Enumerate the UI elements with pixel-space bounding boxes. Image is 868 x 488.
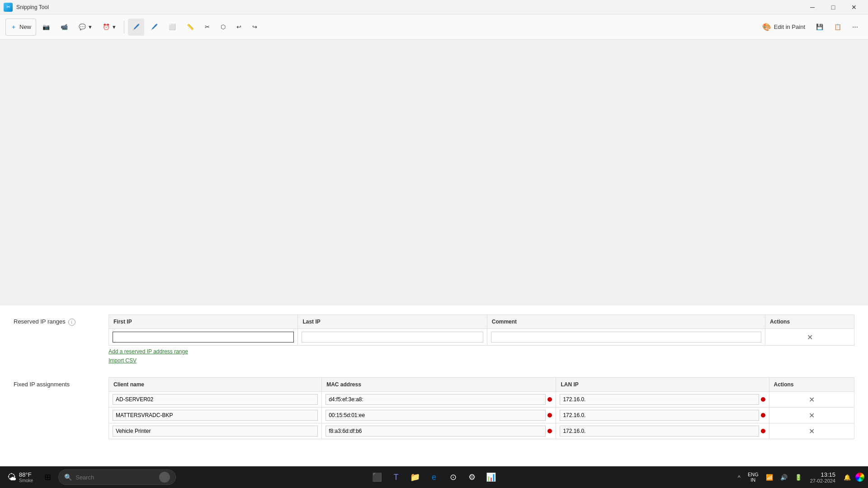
file-explorer-icon: 📁 (410, 472, 420, 482)
last-ip-input[interactable] (302, 332, 483, 343)
mac-address-input-1[interactable] (326, 410, 546, 421)
more-options-button[interactable]: ⋯ (848, 19, 863, 36)
close-button[interactable]: ✕ (844, 0, 864, 14)
app-title: Snipping Tool (16, 4, 798, 10)
taskbar-center-icons: ⬛ T 📁 e ⊙ ⚙ 📊 (368, 468, 500, 486)
chrome-button[interactable]: ⊙ (444, 468, 462, 486)
plus-icon: ＋ (10, 23, 17, 31)
language-badge[interactable]: ENG IN (745, 470, 761, 484)
comment-input[interactable] (491, 332, 761, 343)
lan-ip-cell-0 (556, 392, 769, 408)
edit-in-paint-label: Edit in Paint (774, 23, 805, 30)
client-name-input-2[interactable] (113, 426, 318, 436)
fixed-ip-text: Fixed IP assignments (14, 381, 70, 388)
client-name-cell-1 (109, 408, 322, 423)
fixed-ip-table: Client name MAC address LAN IP Actions (108, 377, 854, 439)
taskbar-search[interactable]: 🔍 (58, 469, 176, 485)
delete-row-button[interactable]: ✕ (805, 333, 814, 342)
clock-date: 27-02-2024 (810, 478, 835, 483)
app5-button[interactable]: 📊 (482, 468, 500, 486)
actions-cell: ✕ (765, 329, 854, 346)
first-ip-input[interactable] (113, 332, 294, 343)
main-content: Reserved IP ranges i First IP Last IP Co… (0, 40, 868, 466)
teams-icon: T (394, 473, 399, 482)
delete-fixed-row-button-1[interactable]: ✕ (807, 411, 816, 420)
lan-ip-header: LAN IP (556, 378, 769, 392)
bubble-button[interactable]: 💬 ▾ (74, 19, 96, 36)
undo-button[interactable]: ↩ (232, 19, 246, 36)
weather-desc: Smoke (19, 478, 33, 483)
wifi-icon[interactable]: 📶 (763, 472, 776, 483)
fixed-table-row: ✕ (109, 392, 854, 408)
maximize-button[interactable]: □ (823, 0, 844, 14)
title-bar: ✂ Snipping Tool ─ □ ✕ (0, 0, 868, 14)
first-ip-header: First IP (109, 315, 298, 329)
task-view-button[interactable]: ⬛ (368, 468, 386, 486)
add-reserved-ip-link[interactable]: Add a reserved IP address range (108, 348, 854, 355)
client-name-cell-0 (109, 392, 322, 408)
toolbar: ＋ New 📷 📹 💬 ▾ ⏰ ▾ 🖊️ 🖊️ ⬜ 📏 ✂ ⬡ ↩ ↪ 🎨 (0, 14, 868, 40)
notification-icon[interactable]: 🔔 (841, 472, 854, 483)
client-name-header: Client name (109, 378, 322, 392)
delete-fixed-row-button-2[interactable]: ✕ (807, 427, 816, 436)
import-csv-link[interactable]: Import CSV (108, 357, 854, 364)
search-icon: 🔍 (64, 474, 72, 481)
pen-yellow-icon: 🖊️ (151, 23, 158, 30)
snip-area (0, 40, 868, 305)
table-row: ✕ (109, 329, 854, 346)
weather-info: 88°F Smoke (19, 471, 33, 483)
screenshot-button[interactable]: 📷 (38, 19, 54, 36)
reserved-ip-label: Reserved IP ranges i (14, 314, 95, 364)
new-button[interactable]: ＋ New (5, 19, 36, 36)
app-icon: ✂ (4, 3, 13, 12)
copy-button[interactable]: 📋 (830, 19, 846, 36)
fixed-table-header-row: Client name MAC address LAN IP Actions (109, 378, 854, 392)
start-button[interactable]: ⊞ (38, 468, 57, 486)
reserved-ip-section: Reserved IP ranges i First IP Last IP Co… (14, 314, 854, 364)
eraser-button[interactable]: ⬜ (164, 19, 180, 36)
chevron-down-icon2: ▾ (113, 23, 116, 30)
ruler-button[interactable]: 📏 (182, 19, 198, 36)
weather-icon: 🌤 (7, 472, 16, 483)
save-icon: 💾 (816, 23, 823, 30)
info-icon[interactable]: i (68, 319, 75, 326)
weather-widget[interactable]: 🌤 88°F Smoke (4, 469, 37, 485)
timer-button[interactable]: ⏰ ▾ (98, 19, 120, 36)
client-name-input-0[interactable] (113, 394, 318, 405)
separator1 (124, 21, 124, 33)
lan-ip-input-0[interactable] (560, 394, 759, 405)
timer-icon: ⏰ (103, 23, 110, 30)
delete-fixed-row-button-0[interactable]: ✕ (807, 395, 816, 404)
lan-ip-input-2[interactable] (560, 426, 759, 436)
save-button[interactable]: 💾 (811, 19, 828, 36)
lan-ip-error-indicator-0 (761, 397, 765, 402)
teams-button[interactable]: T (387, 468, 405, 486)
touch-button[interactable]: ⬡ (216, 19, 230, 36)
ruler-icon: 📏 (187, 23, 194, 30)
redo-icon: ↪ (252, 23, 257, 30)
redo-button[interactable]: ↪ (248, 19, 262, 36)
pen-yellow-button[interactable]: 🖊️ (146, 19, 162, 36)
mac-address-input-0[interactable] (326, 394, 546, 405)
tray-chevron-icon[interactable]: ^ (735, 472, 743, 483)
client-name-input-1[interactable] (113, 410, 318, 421)
edge-icon: e (432, 473, 436, 482)
battery-icon[interactable]: 🔋 (792, 472, 805, 483)
file-explorer-button[interactable]: 📁 (406, 468, 424, 486)
mac-address-input-2[interactable] (326, 426, 546, 436)
crop-button[interactable]: ✂ (200, 19, 214, 36)
copy-icon: 📋 (834, 23, 841, 30)
minimize-button[interactable]: ─ (802, 0, 823, 14)
reserved-ip-text: Reserved IP ranges (14, 318, 66, 325)
search-input[interactable] (75, 474, 156, 481)
pen-red-button[interactable]: 🖊️ (128, 19, 144, 36)
edge-button[interactable]: e (425, 468, 443, 486)
lan-ip-cell-1 (556, 408, 769, 423)
volume-icon[interactable]: 🔊 (778, 472, 790, 483)
chrome-icon: ⊙ (450, 472, 457, 482)
system-clock[interactable]: 13:15 27-02-2024 (807, 469, 839, 485)
lan-ip-input-1[interactable] (560, 410, 759, 421)
video-button[interactable]: 📹 (56, 19, 72, 36)
edit-in-paint-button[interactable]: 🎨 Edit in Paint (758, 19, 810, 36)
settings-button[interactable]: ⚙ (463, 468, 481, 486)
